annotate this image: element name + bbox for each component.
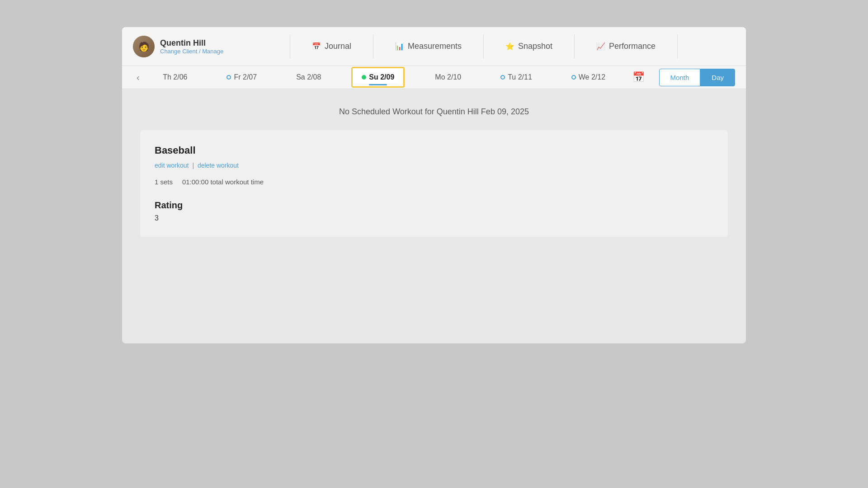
tab-measurements[interactable]: 📊 Measurements xyxy=(373,34,484,58)
day-sun-label: Su 2/09 xyxy=(369,73,394,81)
edit-workout-link[interactable]: edit workout xyxy=(155,162,189,169)
tab-measurements-label: Measurements xyxy=(408,42,462,51)
day-tue-label: Tu 2/11 xyxy=(508,73,532,81)
day-wed[interactable]: We 2/12 xyxy=(562,67,614,88)
measurements-icon: 📊 xyxy=(395,42,404,51)
rating-title: Rating xyxy=(155,200,713,211)
day-sat-label: Sa 2/08 xyxy=(296,73,321,81)
fri-dot xyxy=(226,75,231,80)
tab-journal-label: Journal xyxy=(325,42,351,51)
actions-separator: | xyxy=(192,162,194,169)
tab-journal[interactable]: 📅 Journal xyxy=(290,34,373,58)
day-sun[interactable]: Su 2/09 xyxy=(351,67,405,88)
avatar: 🧑 xyxy=(133,36,155,57)
avatar-image: 🧑 xyxy=(133,36,155,57)
tab-snapshot[interactable]: ⭐ Snapshot xyxy=(484,34,575,58)
sun-dot xyxy=(362,75,366,80)
workout-actions: edit workout | delete workout xyxy=(155,162,713,169)
prev-arrow[interactable]: ‹ xyxy=(133,67,143,88)
calendar-bar: ‹ Th 2/06 Fr 2/07 Sa 2/08 Su 2/09 xyxy=(122,66,746,89)
workout-stats: 1 sets 01:00:00 total workout time xyxy=(155,178,713,186)
calendar-days: Th 2/06 Fr 2/07 Sa 2/08 Su 2/09 Mo 2/10 xyxy=(143,67,625,88)
day-thu[interactable]: Th 2/06 xyxy=(154,67,196,88)
user-links: Change Client / Manage xyxy=(160,48,223,55)
day-sat[interactable]: Sa 2/08 xyxy=(287,67,330,88)
delete-workout-link[interactable]: delete workout xyxy=(198,162,239,169)
manage-link[interactable]: Manage xyxy=(202,48,223,55)
month-view-button[interactable]: Month xyxy=(659,69,701,86)
sets-label: 1 sets xyxy=(155,178,173,186)
tab-performance-label: Performance xyxy=(609,42,656,51)
day-thu-label: Th 2/06 xyxy=(163,73,187,81)
workout-title: Baseball xyxy=(155,145,713,156)
tab-snapshot-label: Snapshot xyxy=(518,42,552,51)
day-fri[interactable]: Fr 2/07 xyxy=(217,67,266,88)
day-tue[interactable]: Tu 2/11 xyxy=(491,67,541,88)
user-name: Quentin Hill xyxy=(160,38,223,48)
active-underline xyxy=(369,84,387,85)
header: 🧑 Quentin Hill Change Client / Manage 📅 … xyxy=(122,27,746,66)
user-text: Quentin Hill Change Client / Manage xyxy=(160,38,223,55)
journal-icon: 📅 xyxy=(312,42,321,51)
wed-dot xyxy=(571,75,576,80)
day-wed-label: We 2/12 xyxy=(579,73,605,81)
tue-dot xyxy=(500,75,505,80)
performance-icon: 📈 xyxy=(596,42,605,51)
rating-value: 3 xyxy=(155,214,713,222)
day-mon[interactable]: Mo 2/10 xyxy=(426,67,470,88)
nav-tabs: 📅 Journal 📊 Measurements ⭐ Snapshot 📈 Pe… xyxy=(232,34,735,58)
view-toggles: Month Day xyxy=(659,69,735,86)
time-label: 01:00:00 total workout time xyxy=(182,178,264,186)
no-workout-message: No Scheduled Workout for Quentin Hill Fe… xyxy=(133,107,735,117)
snapshot-icon: ⭐ xyxy=(505,42,514,51)
content-area: No Scheduled Workout for Quentin Hill Fe… xyxy=(122,89,746,248)
tab-performance[interactable]: 📈 Performance xyxy=(575,34,678,58)
day-mon-label: Mo 2/10 xyxy=(435,73,461,81)
change-client-link[interactable]: Change Client xyxy=(160,48,197,55)
day-view-button[interactable]: Day xyxy=(700,69,735,86)
calendar-icon[interactable]: 📅 xyxy=(625,66,652,89)
user-info: 🧑 Quentin Hill Change Client / Manage xyxy=(133,36,232,57)
workout-card: Baseball edit workout | delete workout 1… xyxy=(140,130,728,237)
rating-section: Rating 3 xyxy=(155,200,713,222)
day-fri-label: Fr 2/07 xyxy=(234,73,257,81)
